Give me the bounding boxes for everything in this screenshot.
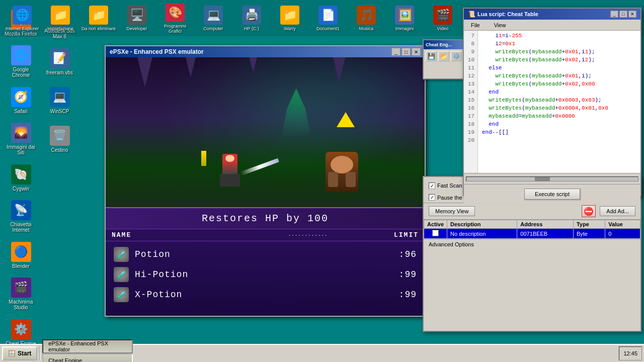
lua-execute-bar: Execute script [464, 184, 640, 203]
taskbar-icon-img-computer: 💻 [204, 6, 223, 25]
execute-script-button[interactable]: Execute script [524, 189, 580, 200]
ce-stop-button[interactable]: ⛔ [582, 205, 596, 217]
desktop-icon-blender[interactable]: 🔵 Blender [2, 236, 40, 274]
desktop-icon-freeram-vbs[interactable]: 📝 freeram.vbs [41, 43, 78, 80]
taskbar-icon-internet-explorer[interactable]: 🌐 Internet Explorer [4, 2, 40, 34]
taskbar-clock: 12:45 [619, 346, 642, 360]
ce-fast-scan-checkbox[interactable]: ✓ [429, 183, 435, 189]
desktop-icon-img-chiavetta-internet: 📡 [11, 200, 31, 220]
ce-pause-checkbox[interactable]: ✓ [429, 194, 435, 201]
ce-active-checkbox[interactable] [432, 230, 439, 236]
lua-icon: 📜 [468, 11, 475, 18]
taskbar-icon-immagini[interactable]: 🖼️ Immagini [386, 2, 423, 34]
taskbar-icon-hp-c[interactable]: 🖨️ HP (C:) [233, 2, 270, 34]
taskbar-icon-document1[interactable]: 📄 Document1 [310, 2, 346, 34]
ce-small-content: 💾 📂 ⚙️ [424, 49, 467, 78]
lua-scrollbar-thumb[interactable] [535, 177, 550, 181]
ce-small-btn-1[interactable]: 💾 [426, 51, 437, 61]
lua-maximize-button[interactable]: □ [619, 11, 627, 18]
taskbar-icon-label-da-non-eliminare: Da non eliminare [82, 26, 116, 31]
maximize-button[interactable]: □ [401, 48, 411, 56]
item-list: 🧪 Potion :96 🧪 Hi-Potion :99 🧪 X-Potion … [106, 241, 425, 308]
lua-code-area[interactable]: 7891011121314151617181920 i1=i-255 i2=0x… [464, 31, 640, 173]
item-count: :96 [399, 249, 417, 259]
taskbar-icon-img-da-non-eliminare: 📁 [89, 6, 108, 25]
taskbar-task-label: ePSXe - Enhanced PSX emulator [48, 340, 127, 352]
game-content: Restores HP by 100 NAME ............ LIM… [106, 57, 425, 316]
desktop-icon-cestino[interactable]: 🗑️ Cestino [41, 120, 78, 158]
lua-bottom-bar [464, 173, 640, 184]
item-menu: Restores HP by 100 NAME ............ LIM… [106, 207, 425, 316]
taskbar-task[interactable]: ePSXe - Enhanced PSX emulator [42, 339, 133, 353]
lua-menu-view[interactable]: View [491, 21, 509, 29]
taskbar-icon-img-programmi-grafici: 🎨 [166, 3, 185, 22]
taskbar-icon-da-non-eliminare[interactable]: 📁 Da non eliminare [80, 2, 117, 34]
desktop-icon-safari[interactable]: 🧭 Safari [2, 81, 40, 119]
ce-table-row[interactable]: No description 0071BEEB Byte 0 [424, 229, 640, 239]
start-button[interactable]: 🪟 Start [2, 346, 37, 360]
lua-code-line: end [482, 88, 636, 96]
desktop-icon-img-safari: 🧭 [11, 87, 31, 107]
desktop-icon-label-machinima-studio: Machinima Studio [5, 299, 37, 310]
desktop-icon-machinima-studio[interactable]: 🎬 Machinima Studio [2, 275, 40, 313]
minimize-button[interactable]: _ [391, 48, 400, 56]
taskbar-icon-label-warry: Warry [284, 26, 296, 31]
item-description-text: Restores HP by 100 [202, 213, 329, 224]
lua-menu-file[interactable]: File [468, 21, 483, 29]
item-icon: 🧪 [114, 287, 129, 302]
lua-line-number: 16 [467, 104, 474, 112]
yellow-arrow-indicator [337, 112, 355, 127]
desktop-icon-label-freeram-vbs: freeram.vbs [46, 70, 73, 75]
taskbar-icon-video[interactable]: 🎬 Video [425, 2, 461, 34]
desktop-icon-winscp[interactable]: 💻 WinSCP [41, 81, 78, 119]
desktop-icon-img-google-chrome: 🌐 [11, 45, 31, 65]
taskbar-icon-label-importazione: Importazione [47, 26, 73, 31]
item-name: X-Potion [135, 290, 399, 300]
advanced-options-bar[interactable]: Advanced Options [424, 239, 640, 249]
taskbar-task[interactable]: Cheat Engine [42, 353, 133, 362]
taskbar-icon-developer[interactable]: 🖥️ Developer [119, 2, 155, 34]
lua-line-number: 12 [467, 72, 474, 80]
desktop-icon-chiavetta-internet[interactable]: 📡 Chiavetta Internet [2, 198, 40, 235]
item-icon: 🧪 [114, 247, 129, 262]
lua-code-line: writeBytes(mybaseadd+0x01,i); [482, 72, 636, 80]
enemy-character [326, 152, 361, 197]
taskbar-icon-programmi-grafici[interactable]: 🎨 Programmi Grafici [157, 2, 193, 34]
lua-code-line: i1=i-255 [482, 32, 636, 40]
memory-view-button[interactable]: Memory View [429, 206, 475, 216]
lua-line-number: 10 [467, 56, 474, 64]
taskbar-icon-img-immagini: 🖼️ [395, 6, 414, 25]
ce-col-value: Value [605, 220, 640, 229]
item-name: Hi-Potion [135, 269, 399, 280]
ce-small-btn-3[interactable]: ⚙️ [451, 51, 462, 61]
lua-minimize-button[interactable]: _ [610, 11, 618, 18]
close-button[interactable]: ✕ [412, 48, 421, 56]
item-description-bar: Restores HP by 100 [106, 208, 425, 229]
taskbar-icon-musica[interactable]: 🎵 Musica [348, 2, 384, 34]
ce-row-active[interactable] [424, 229, 447, 239]
taskbar-icon-importazione[interactable]: 📁 Importazione [42, 2, 78, 34]
taskbar-icon-warry[interactable]: 📁 Warry [272, 2, 308, 34]
taskbar-icon-img-document1: 📄 [318, 6, 338, 25]
lua-line-number: 14 [467, 88, 474, 96]
desktop-icon-cygwin[interactable]: 🐚 Cygwin [2, 159, 40, 197]
desktop-icon-immagini-siti[interactable]: 🌄 Immagini dai Siti [2, 120, 40, 158]
ce-small-btn-2[interactable]: 📂 [438, 51, 449, 61]
lua-code-line: writeBytes(mybaseadd+0x02,i2); [482, 56, 636, 64]
taskbar-icon-img-warry: 📁 [280, 6, 299, 25]
desktop-icon-google-chrome[interactable]: 🌐 Google Chrome [2, 43, 40, 80]
taskbar-icon-label-computer: Computer [203, 26, 223, 31]
item-col-spacer: ............ [288, 231, 394, 239]
lua-line-number: 17 [467, 112, 474, 120]
lua-close-button[interactable]: ✕ [628, 11, 636, 18]
stalactite [186, 57, 196, 77]
lua-line-number: 15 [467, 96, 474, 104]
add-address-button[interactable]: Add Ad... [600, 206, 635, 216]
lua-scrollbar[interactable] [466, 176, 638, 182]
ce-small-titlebar: Cheat Eng... [424, 40, 467, 49]
taskbar-icon-computer[interactable]: 💻 Computer [195, 2, 231, 34]
advanced-options-label: Advanced Options [429, 241, 474, 247]
game-titlebar-buttons: _ □ ✕ [391, 48, 421, 56]
ce-table-body: No description 0071BEEB Byte 0 [424, 229, 640, 239]
lua-code-line [482, 136, 636, 144]
